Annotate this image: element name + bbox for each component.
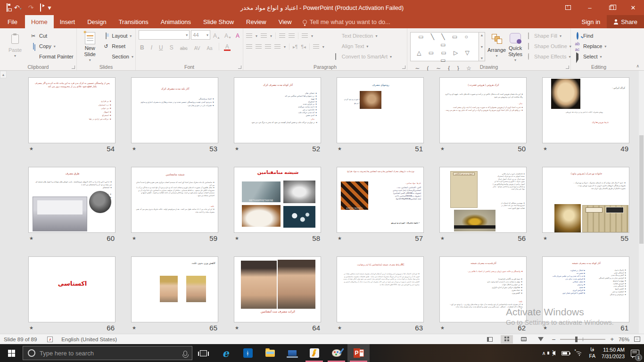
convert-to-smartart-button[interactable]: Convert to SmartArt▾ [332, 52, 392, 61]
paragraph-dialog-launcher-icon[interactable] [402, 66, 405, 69]
text-direction-button[interactable]: Text Direction▾ [332, 32, 392, 40]
file-explorer-button[interactable] [259, 344, 281, 362]
shape-effects-button[interactable]: Shape Effects▾ [525, 52, 571, 61]
undo-icon[interactable]: ↶▾ [14, 4, 22, 11]
font-size-combo[interactable]: 44▾ [191, 30, 210, 40]
clipboard-dialog-launcher-icon[interactable] [72, 66, 75, 69]
slide-58-thumbnail[interactable]: شیشه متامفتامینMETHAMPHETAMINE [234, 167, 321, 233]
microphone-icon[interactable] [183, 351, 187, 356]
tab-design[interactable]: Design [81, 15, 112, 28]
font-name-combo[interactable]: ▾ [139, 30, 190, 40]
quick-styles-button[interactable]: Quick Styles▾ [508, 30, 522, 63]
zoom-slider[interactable] [560, 339, 605, 340]
powerpoint-button[interactable]: P [347, 344, 370, 362]
shape-outline-button[interactable]: Shape Outline▾ [525, 42, 571, 50]
layout-button[interactable]: Layout▾ [102, 32, 133, 40]
zoom-level[interactable]: 76% [619, 337, 629, 342]
vertical-scrollbar[interactable] [639, 71, 644, 334]
slide-54-thumbnail[interactable]: پس از وابستگی جسمی به کرک بدن فرد به این… [28, 77, 116, 143]
slide-number: 65 [209, 324, 217, 332]
format-painter-button[interactable]: Format Painter [30, 52, 74, 61]
task-view-button[interactable] [192, 344, 215, 362]
new-slide-button[interactable]: New Slide▾ [80, 30, 100, 63]
share-button[interactable]: Share [607, 15, 644, 28]
battery-icon[interactable] [561, 351, 570, 355]
wifi-icon[interactable]: * [576, 350, 583, 356]
slide-sorter-view-icon[interactable] [501, 335, 513, 344]
drawing-dialog-launcher-icon[interactable] [566, 66, 569, 69]
hidden-icons-chevron-icon[interactable]: ∧ [542, 350, 546, 356]
section-button[interactable]: Section▾ [102, 52, 133, 61]
tab-view[interactable]: View [272, 15, 298, 28]
cut-button[interactable]: ✂Cut [30, 32, 74, 40]
clock[interactable]: 11:50 AM7/31/2023 [602, 346, 625, 360]
slide-66-thumbnail[interactable]: اکستاسی [28, 256, 116, 322]
zoom-in-icon[interactable]: + [610, 336, 614, 343]
collapse-ribbon-icon[interactable]: ∧ [636, 64, 639, 68]
slide-63-thumbnail[interactable]: BCارتباط مصرف شیشه (متامفتامین )با ایدز … [337, 256, 424, 322]
slide-51-thumbnail[interactable]: روشهای مصرف• خوردن و دود کردن • تزریق [337, 77, 424, 143]
slide-text: ◄ وابستگی و حالت جنون (روان پریشی )ناشی … [444, 270, 523, 273]
start-from-beginning-icon[interactable] [40, 4, 41, 11]
tell-me-box[interactable]: Tell me what you want to do... [298, 15, 395, 28]
slide-footer: ★51 [337, 144, 424, 153]
scroll-up-icon[interactable]: ▲ [0, 71, 7, 78]
close-icon[interactable]: ✕ [622, 0, 644, 15]
slide-53-thumbnail[interactable]: آثار بلند مدت مصرف کرک◄ اعتیاد و وابستگی… [131, 77, 218, 143]
reading-view-icon[interactable] [518, 335, 530, 344]
restore-icon[interactable] [601, 0, 622, 15]
replace-button[interactable]: abacReplace▾ [574, 42, 606, 50]
shapes-gallery-scroll[interactable]: ▲▼▼ [479, 32, 485, 61]
shape-fill-button[interactable]: Shape Fill▾ [525, 32, 571, 40]
ribbon-display-options-icon[interactable] [557, 0, 579, 15]
winamp-button[interactable] [303, 344, 325, 362]
bluetooth-button[interactable]: ᚼ [237, 344, 259, 362]
scrollbar-thumb[interactable] [639, 135, 644, 244]
edge-button[interactable]: e [215, 344, 237, 362]
shapes-gallery[interactable]: ▭ ╲ ╲ ▭ ○ ▭ △ ▭ ▭ ▷ ▽ ▭ ∼ ( ∼ { } ☆ [410, 32, 479, 61]
reset-button[interactable]: ↺Reset [102, 42, 133, 50]
language-indicator[interactable]: English (United States) [61, 337, 117, 342]
spell-check-icon[interactable]: ✗ [47, 337, 53, 342]
align-text-button[interactable]: Align Text▾ [332, 42, 392, 50]
slide-50-thumbnail[interactable]: کرک هروئین ( هروئین فشرده )◄ این ماده هم… [439, 77, 527, 143]
sign-in-button[interactable]: Sign in [575, 15, 607, 28]
font-dialog-launcher-icon[interactable] [238, 66, 241, 69]
tab-slide-show[interactable]: Slide Show [197, 15, 240, 28]
slide-64-thumbnail[interactable]: اثرات مصرف مت آمفتامین [234, 256, 321, 322]
zoom-slider-thumb[interactable] [575, 337, 578, 342]
computer-app-button[interactable] [281, 344, 303, 362]
slide-49-thumbnail[interactable]: کراک ایرانی :روش مصرف: اغلب تدخینی و در … [542, 77, 629, 143]
select-button[interactable]: Select▾ [574, 52, 606, 61]
slide-57-thumbnail[interactable]: نوع ماده: داروهای محرک آمفتامین ها و شبه… [337, 167, 424, 233]
taskbar-search-input[interactable]: Type here to search [23, 346, 192, 360]
language-switcher[interactable]: فاFA [589, 346, 595, 360]
tab-file[interactable]: File [0, 15, 25, 28]
slide-show-icon[interactable] [535, 335, 547, 344]
copy-button[interactable]: Copy▾ [30, 42, 74, 50]
minimize-icon[interactable]: – [579, 0, 601, 15]
start-button[interactable] [0, 344, 23, 362]
save-icon[interactable] [7, 4, 8, 11]
slide-59-thumbnail[interactable]: شیشه متامفتامین◄ متامفتامین یک ماده محرک… [131, 167, 218, 233]
slide-60-thumbnail[interactable]: طرق مصرف◄ تدخین ( این ماده را در داخل لا… [28, 167, 116, 233]
zoom-out-icon[interactable]: − [552, 336, 555, 343]
tab-insert[interactable]: Insert [54, 15, 82, 28]
tab-transitions[interactable]: Transitions [113, 15, 155, 28]
tab-review[interactable]: Review [240, 15, 272, 28]
normal-view-icon[interactable] [484, 335, 496, 344]
volume-icon[interactable] [552, 351, 555, 355]
slide-52-thumbnail[interactable]: آثار کوتاه مدت مصرف کرک◄ خشکی دهان ◄ در … [234, 77, 321, 143]
paint-button[interactable] [325, 344, 347, 362]
slide-number: 52 [312, 145, 320, 153]
tab-home[interactable]: Home [25, 15, 54, 28]
slide-text: شیشه متامفتامین [150, 173, 200, 176]
fit-to-window-icon[interactable] [634, 337, 640, 342]
customize-qat-icon[interactable]: ▾ [48, 4, 51, 11]
slide-55-thumbnail[interactable]: خانواده نورجیزک ( هروئین مایع ):◄ حدود ۴… [542, 167, 629, 233]
arrange-button[interactable]: Arrange▾ [487, 30, 506, 63]
slide-56-thumbnail[interactable]: آمپول بی بی نور انجکشن◄ قاچاقچیان دارو د… [439, 167, 527, 233]
find-button[interactable]: Find [574, 32, 606, 40]
tab-animations[interactable]: Animations [155, 15, 197, 28]
slide-65-thumbnail[interactable]: کاهش وزن بدون علت. [131, 256, 218, 322]
